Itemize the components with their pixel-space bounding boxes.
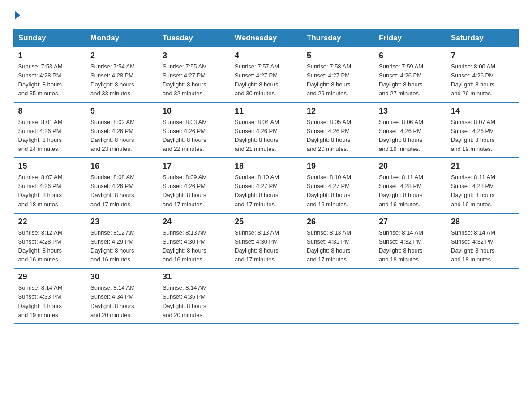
calendar-cell: 22 Sunrise: 8:12 AMSunset: 4:28 PMDaylig…: [14, 213, 86, 269]
calendar-cell: 7 Sunrise: 8:00 AMSunset: 4:26 PMDayligh…: [446, 47, 519, 103]
day-info: Sunrise: 7:55 AMSunset: 4:27 PMDaylight:…: [163, 63, 207, 97]
day-number: 19: [307, 162, 369, 171]
day-info: Sunrise: 7:54 AMSunset: 4:28 PMDaylight:…: [90, 63, 135, 97]
day-info: Sunrise: 8:14 AMSunset: 4:32 PMDaylight:…: [451, 229, 495, 263]
day-info: Sunrise: 8:07 AMSunset: 4:26 PMDaylight:…: [451, 119, 495, 152]
day-number: 23: [90, 217, 153, 227]
day-info: Sunrise: 8:09 AMSunset: 4:26 PMDaylight:…: [163, 174, 207, 207]
day-info: Sunrise: 8:07 AMSunset: 4:26 PMDaylight:…: [18, 174, 63, 207]
calendar-cell: 29 Sunrise: 8:14 AMSunset: 4:33 PMDaylig…: [14, 268, 86, 324]
weekday-header-saturday: Saturday: [446, 29, 519, 47]
day-number: 14: [451, 107, 514, 116]
day-number: 8: [18, 107, 82, 116]
calendar-cell: 3 Sunrise: 7:55 AMSunset: 4:27 PMDayligh…: [158, 47, 230, 103]
day-number: 25: [235, 217, 297, 227]
day-info: Sunrise: 8:04 AMSunset: 4:26 PMDaylight:…: [235, 119, 279, 152]
day-number: 13: [379, 107, 442, 116]
day-info: Sunrise: 8:01 AMSunset: 4:26 PMDaylight:…: [18, 119, 63, 152]
day-number: 20: [379, 162, 442, 171]
day-info: Sunrise: 8:03 AMSunset: 4:26 PMDaylight:…: [163, 119, 207, 152]
day-number: 3: [163, 51, 225, 60]
day-info: Sunrise: 7:59 AMSunset: 4:26 PMDaylight:…: [379, 63, 423, 97]
calendar-cell: [230, 268, 302, 324]
calendar-cell: 10 Sunrise: 8:03 AMSunset: 4:26 PMDaylig…: [158, 103, 230, 158]
calendar-cell: 15 Sunrise: 8:07 AMSunset: 4:26 PMDaylig…: [14, 158, 86, 213]
day-number: 4: [235, 51, 297, 60]
day-info: Sunrise: 8:12 AMSunset: 4:29 PMDaylight:…: [90, 229, 135, 263]
calendar-week-row: 22 Sunrise: 8:12 AMSunset: 4:28 PMDaylig…: [14, 213, 519, 269]
calendar-cell: 2 Sunrise: 7:54 AMSunset: 4:28 PMDayligh…: [86, 47, 158, 103]
day-number: 6: [379, 51, 442, 60]
day-number: 16: [90, 162, 153, 171]
calendar-cell: 27 Sunrise: 8:14 AMSunset: 4:32 PMDaylig…: [374, 213, 446, 269]
day-info: Sunrise: 8:05 AMSunset: 4:26 PMDaylight:…: [307, 119, 351, 152]
day-info: Sunrise: 8:11 AMSunset: 4:28 PMDaylight:…: [451, 174, 495, 207]
day-info: Sunrise: 7:57 AMSunset: 4:27 PMDaylight:…: [235, 63, 279, 97]
calendar-cell: 21 Sunrise: 8:11 AMSunset: 4:28 PMDaylig…: [446, 158, 519, 213]
day-number: 24: [163, 217, 225, 227]
calendar-cell: 18 Sunrise: 8:10 AMSunset: 4:27 PMDaylig…: [230, 158, 302, 213]
calendar-cell: 23 Sunrise: 8:12 AMSunset: 4:29 PMDaylig…: [86, 213, 158, 269]
weekday-header-sunday: Sunday: [14, 29, 86, 47]
day-number: 1: [18, 51, 82, 60]
day-info: Sunrise: 7:58 AMSunset: 4:27 PMDaylight:…: [307, 63, 351, 97]
day-info: Sunrise: 8:13 AMSunset: 4:31 PMDaylight:…: [307, 229, 351, 263]
calendar-cell: 16 Sunrise: 8:08 AMSunset: 4:26 PMDaylig…: [86, 158, 158, 213]
weekday-header-monday: Monday: [86, 29, 158, 47]
calendar-cell: 24 Sunrise: 8:13 AMSunset: 4:30 PMDaylig…: [158, 213, 230, 269]
day-number: 31: [163, 272, 225, 282]
day-number: 7: [451, 51, 514, 60]
day-info: Sunrise: 8:13 AMSunset: 4:30 PMDaylight:…: [235, 229, 279, 263]
day-info: Sunrise: 8:02 AMSunset: 4:26 PMDaylight:…: [90, 119, 135, 152]
calendar-cell: [446, 268, 519, 324]
day-info: Sunrise: 8:10 AMSunset: 4:27 PMDaylight:…: [307, 174, 351, 207]
day-number: 9: [90, 107, 153, 116]
calendar-cell: 31 Sunrise: 8:14 AMSunset: 4:35 PMDaylig…: [158, 268, 230, 324]
day-number: 12: [307, 107, 369, 116]
calendar-cell: 13 Sunrise: 8:06 AMSunset: 4:26 PMDaylig…: [374, 103, 446, 158]
day-number: 28: [451, 217, 514, 227]
calendar-cell: 17 Sunrise: 8:09 AMSunset: 4:26 PMDaylig…: [158, 158, 230, 213]
day-info: Sunrise: 8:08 AMSunset: 4:26 PMDaylight:…: [90, 174, 135, 207]
calendar-cell: 1 Sunrise: 7:53 AMSunset: 4:28 PMDayligh…: [14, 47, 86, 103]
day-number: 10: [163, 107, 225, 116]
day-info: Sunrise: 8:13 AMSunset: 4:30 PMDaylight:…: [163, 229, 207, 263]
calendar-cell: 5 Sunrise: 7:58 AMSunset: 4:27 PMDayligh…: [302, 47, 374, 103]
calendar-cell: 11 Sunrise: 8:04 AMSunset: 4:26 PMDaylig…: [230, 103, 302, 158]
day-info: Sunrise: 8:12 AMSunset: 4:28 PMDaylight:…: [18, 229, 63, 263]
day-info: Sunrise: 8:11 AMSunset: 4:28 PMDaylight:…: [379, 174, 423, 207]
logo: [13, 9, 20, 20]
day-info: Sunrise: 8:14 AMSunset: 4:33 PMDaylight:…: [18, 284, 63, 318]
calendar-cell: 8 Sunrise: 8:01 AMSunset: 4:26 PMDayligh…: [14, 103, 86, 158]
weekday-header-row: SundayMondayTuesdayWednesdayThursdayFrid…: [14, 29, 519, 47]
day-number: 18: [235, 162, 297, 171]
calendar-cell: 28 Sunrise: 8:14 AMSunset: 4:32 PMDaylig…: [446, 213, 519, 269]
day-number: 11: [235, 107, 297, 116]
calendar-cell: 25 Sunrise: 8:13 AMSunset: 4:30 PMDaylig…: [230, 213, 302, 269]
calendar-week-row: 29 Sunrise: 8:14 AMSunset: 4:33 PMDaylig…: [14, 268, 519, 324]
day-number: 30: [90, 272, 153, 282]
calendar-cell: 9 Sunrise: 8:02 AMSunset: 4:26 PMDayligh…: [86, 103, 158, 158]
day-number: 5: [307, 51, 369, 60]
day-number: 2: [90, 51, 153, 60]
weekday-header-friday: Friday: [374, 29, 446, 47]
day-number: 17: [163, 162, 225, 171]
day-info: Sunrise: 8:06 AMSunset: 4:26 PMDaylight:…: [379, 119, 423, 152]
day-info: Sunrise: 8:14 AMSunset: 4:35 PMDaylight:…: [163, 284, 207, 318]
calendar-cell: 30 Sunrise: 8:14 AMSunset: 4:34 PMDaylig…: [86, 268, 158, 324]
calendar-week-row: 15 Sunrise: 8:07 AMSunset: 4:26 PMDaylig…: [14, 158, 519, 213]
page-header: [13, 9, 519, 20]
day-number: 21: [451, 162, 514, 171]
calendar-cell: 4 Sunrise: 7:57 AMSunset: 4:27 PMDayligh…: [230, 47, 302, 103]
day-number: 26: [307, 217, 369, 227]
calendar-cell: 12 Sunrise: 8:05 AMSunset: 4:26 PMDaylig…: [302, 103, 374, 158]
day-info: Sunrise: 8:10 AMSunset: 4:27 PMDaylight:…: [235, 174, 279, 207]
calendar-table: SundayMondayTuesdayWednesdayThursdayFrid…: [13, 29, 519, 324]
day-info: Sunrise: 8:14 AMSunset: 4:32 PMDaylight:…: [379, 229, 423, 263]
weekday-header-tuesday: Tuesday: [158, 29, 230, 47]
day-info: Sunrise: 7:53 AMSunset: 4:28 PMDaylight:…: [18, 63, 63, 97]
day-number: 22: [18, 217, 82, 227]
calendar-cell: 6 Sunrise: 7:59 AMSunset: 4:26 PMDayligh…: [374, 47, 446, 103]
day-info: Sunrise: 8:00 AMSunset: 4:26 PMDaylight:…: [451, 63, 495, 97]
day-info: Sunrise: 8:14 AMSunset: 4:34 PMDaylight:…: [90, 284, 135, 318]
